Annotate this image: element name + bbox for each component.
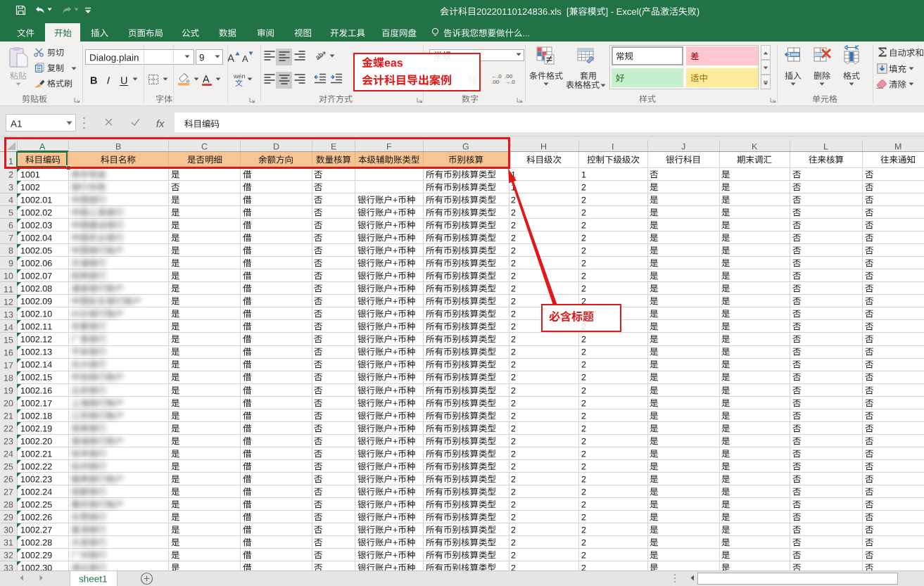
- svg-text:→.0: →.0: [505, 79, 515, 84]
- svg-text:.00: .00: [491, 79, 500, 84]
